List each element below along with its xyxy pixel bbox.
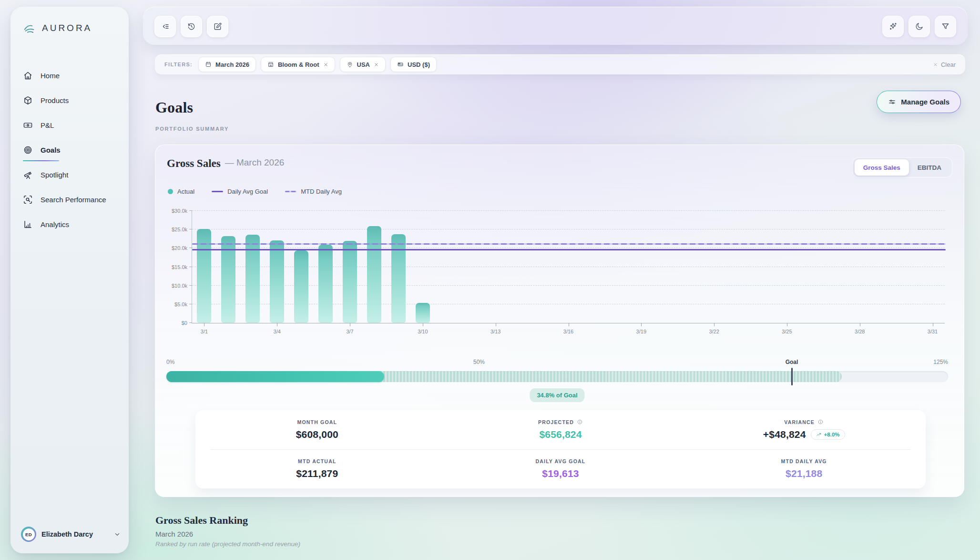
- filter-chip-usa[interactable]: USA: [340, 57, 386, 72]
- x-axis-tick: [423, 323, 423, 326]
- sidebar-item-analytics[interactable]: Analytics: [22, 212, 117, 237]
- sidebar-item-label: Home: [41, 72, 60, 80]
- meter-label-mid: 50%: [473, 359, 485, 365]
- remove-chip-button[interactable]: [374, 62, 379, 67]
- y-axis-label: $20.0k: [172, 245, 187, 251]
- stat-mtd-daily-avg: MTD DAILY AVG$21,188: [682, 450, 926, 489]
- y-axis-tick: [189, 229, 192, 229]
- x-axis-label: 3/28: [855, 329, 865, 334]
- actual-fill: [166, 371, 384, 382]
- toggle-option-ebitda[interactable]: EBITDA: [909, 159, 950, 176]
- trending-up-icon: [816, 432, 822, 437]
- chart-plot-area: $0$5.0k$10.0k$15.0k$20.0k$25.0k$30.0k3/1…: [192, 211, 945, 323]
- x-axis-label: 3/13: [490, 329, 500, 334]
- sidebar-item-spotlight[interactable]: Spotlight: [22, 162, 117, 187]
- sparkles-icon: [888, 22, 898, 31]
- filter-chip-usd-[interactable]: USD ($): [390, 57, 437, 72]
- stat-label: PROJECTED: [538, 419, 583, 425]
- sidebar-item-p-l[interactable]: P&L: [22, 113, 117, 137]
- ranking-note: Ranked by run rate (projected month-end …: [155, 540, 300, 548]
- x-axis-label: 3/7: [346, 329, 353, 334]
- scan-search-icon: [23, 195, 33, 205]
- sidebar-item-label: P&L: [41, 121, 54, 129]
- y-axis-tick: [189, 304, 192, 304]
- filter-chips: March 2026Bloom & RootUSAUSD ($): [198, 57, 437, 72]
- history-button[interactable]: [181, 16, 202, 37]
- manage-goals-button[interactable]: Manage Goals: [877, 91, 961, 113]
- x-axis-tick: [787, 323, 787, 326]
- chart-legend: ActualDaily Avg GoalMTD Daily Avg: [168, 188, 342, 195]
- sidebar-item-goals[interactable]: Goals: [22, 137, 117, 162]
- clear-filters-button[interactable]: Clear: [933, 61, 956, 68]
- user-menu[interactable]: ED Elizabeth Darcy: [21, 527, 121, 542]
- y-axis-tick: [189, 267, 192, 267]
- stat-value: $19,613: [542, 468, 579, 479]
- chip-label: USA: [357, 61, 370, 68]
- y-axis-tick: [189, 210, 192, 211]
- sidebar-nav: HomeProductsP&LGoalsSpotlightSearch Perf…: [22, 63, 117, 237]
- close-icon: [933, 62, 938, 67]
- moon-button[interactable]: [909, 16, 930, 37]
- x-axis-tick: [496, 323, 496, 326]
- y-axis-label: $30.0k: [172, 208, 187, 214]
- collapse-sidebar-button[interactable]: [154, 16, 176, 37]
- filter-button[interactable]: [935, 16, 956, 37]
- x-axis-label: 3/19: [636, 329, 646, 334]
- sidebar-item-products[interactable]: Products: [22, 88, 117, 113]
- close-icon: [323, 62, 328, 67]
- clear-filters-label: Clear: [941, 61, 956, 68]
- legend-item-actual: Actual: [168, 188, 194, 195]
- stat-variance: VARIANCE+$48,824+8.0%: [682, 410, 926, 449]
- sidebar-item-label: Products: [41, 96, 69, 104]
- filter-chip-march-2026[interactable]: March 2026: [198, 57, 256, 72]
- legend-label: Actual: [177, 188, 194, 195]
- aurora-wave-icon: [23, 21, 37, 35]
- x-axis-tick: [277, 323, 277, 326]
- ranking-title: Gross Sales Ranking: [155, 514, 300, 527]
- gridline: [192, 229, 945, 229]
- pct-of-goal-badge: 34.8% of Goal: [530, 388, 584, 402]
- history-icon: [187, 22, 196, 31]
- y-axis-label: $10.0k: [172, 283, 187, 289]
- calendar-icon: [205, 61, 212, 68]
- x-axis-tick: [860, 323, 860, 326]
- y-axis-tick: [189, 285, 192, 286]
- x-axis-tick: [569, 323, 569, 326]
- stat-label: MTD ACTUAL: [298, 458, 336, 464]
- remove-chip-button[interactable]: [323, 62, 328, 67]
- sidebar-item-search-performance[interactable]: Search Performance: [22, 187, 117, 212]
- stat-value: $656,824: [539, 429, 582, 440]
- meter-label-goal: Goal: [786, 359, 798, 365]
- sparkles-button[interactable]: [882, 16, 904, 37]
- x-axis-label: 3/22: [709, 329, 719, 334]
- stat-value: $211,879: [296, 468, 338, 479]
- x-axis-label: 3/4: [274, 329, 281, 334]
- goal-line-mtd-daily-avg: [192, 243, 946, 245]
- moon-icon: [915, 22, 924, 31]
- stat-month-goal: MONTH GOAL$608,000: [195, 410, 439, 449]
- stat-label: VARIANCE: [784, 419, 824, 425]
- ranking-subtitle: March 2026: [155, 530, 300, 538]
- info-icon: [817, 419, 824, 425]
- filter-chip-bloom-root[interactable]: Bloom & Root: [261, 57, 335, 72]
- brand-logo: AURORA: [22, 21, 117, 35]
- gross-sales-card: Gross Sales — March 2026 Gross SalesEBIT…: [155, 145, 964, 497]
- stat-mtd-actual: MTD ACTUAL$211,879: [195, 450, 439, 489]
- chart-bar-3-6: [318, 245, 333, 323]
- edit-button[interactable]: [207, 16, 228, 37]
- card-subtitle: — March 2026: [225, 157, 285, 168]
- metric-toggle: Gross SalesEBITDA: [852, 157, 952, 177]
- collapse-sidebar-icon: [161, 22, 170, 31]
- y-axis-label: $5.0k: [174, 301, 187, 307]
- toggle-option-gross-sales[interactable]: Gross Sales: [855, 159, 909, 176]
- chip-label: Bloom & Root: [278, 61, 319, 68]
- y-axis-label: $0: [182, 320, 187, 326]
- sidebar-item-home[interactable]: Home: [22, 63, 117, 88]
- us-flag-icon: [397, 61, 404, 68]
- telescope-icon: [23, 170, 33, 180]
- y-axis-tick: [189, 322, 192, 323]
- x-axis-label: 3/10: [418, 329, 428, 334]
- card-header: Gross Sales — March 2026 Gross SalesEBIT…: [167, 157, 952, 177]
- chart-bar-3-10: [416, 303, 430, 323]
- goal-line-daily-avg-goal: [192, 249, 946, 250]
